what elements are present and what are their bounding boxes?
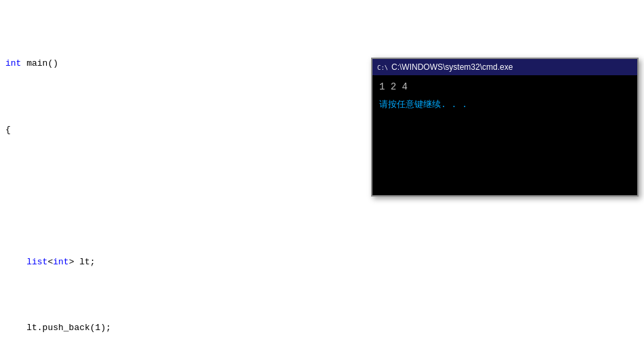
cmd-titlebar[interactable]: C:\ C:\WINDOWS\system32\cmd.exe — [372, 59, 637, 75]
keyword-int2: int — [53, 257, 68, 267]
svg-text:C:\: C:\ — [377, 64, 387, 71]
keyword-int: int — [5, 58, 21, 68]
cmd-output-numbers: 1 2 4 — [379, 79, 630, 94]
code-line-5: lt.push_back(1); — [5, 321, 639, 335]
cmd-continue-text: 请按任意键继续. . . — [379, 98, 630, 113]
cmd-icon: C:\ — [377, 62, 387, 73]
code-line-4: list<int> lt; — [5, 256, 639, 269]
cmd-window: C:\ C:\WINDOWS\system32\cmd.exe 1 2 4 请按… — [371, 58, 639, 197]
cmd-title-text: C:\WINDOWS\system32\cmd.exe — [391, 62, 633, 72]
cmd-body: 1 2 4 请按任意键继续. . . — [372, 75, 637, 195]
keyword-list: list — [26, 257, 47, 267]
